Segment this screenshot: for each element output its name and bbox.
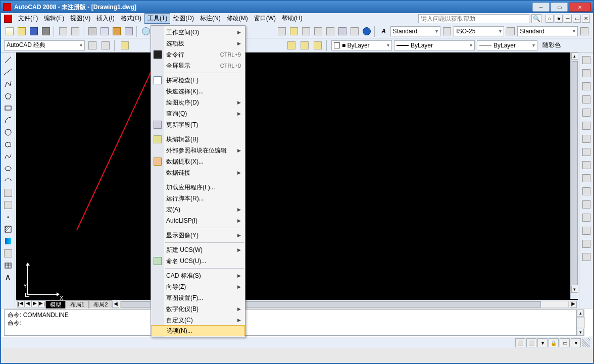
offset-tool[interactable] [581,94,592,105]
vscroll-down[interactable]: ▾ [571,286,578,293]
doc-close[interactable]: ✕ [582,15,590,23]
open-button[interactable] [16,26,27,37]
menu-item-5[interactable]: 拼写检查(E) [151,75,245,86]
menu-item-0[interactable]: 工作空间(O)▶ [151,27,245,38]
menu-modify[interactable]: 修改(M) [224,13,251,24]
menu-item-3[interactable]: 全屏显示CTRL+0 [151,60,245,71]
menu-item-17[interactable]: 运行脚本(R)... [151,193,245,204]
move-tool[interactable] [581,120,592,131]
cut-button[interactable] [87,26,98,37]
block-editor-button[interactable] [276,26,287,37]
menu-item-31[interactable]: 选项(N)... [151,325,245,336]
line-tool[interactable] [3,55,14,65]
gradient-tool[interactable] [3,236,14,246]
resize-grip[interactable] [582,338,590,347]
workspace-combo[interactable]: AutoCAD 经典▾ [4,40,85,50]
menu-item-11[interactable]: 块编辑器(B) [151,134,245,145]
menu-edit[interactable]: 编辑(E) [41,13,67,24]
polyline-tool[interactable] [3,79,14,89]
menu-item-13[interactable]: 数据提取(X)... [151,156,245,167]
arc-tool[interactable] [3,115,14,125]
ellipse-tool[interactable] [3,164,14,174]
layout-button[interactable]: ⬜ [526,338,536,347]
layer-props-button[interactable] [119,40,130,51]
lineweight-combo[interactable]: ByLayer▾ [477,40,537,50]
annotation-scale-button[interactable]: ▾ [537,338,548,347]
menu-item-9[interactable]: 更新字段(T) [151,119,245,130]
new-button[interactable] [4,26,15,37]
status-dropdown[interactable]: ▾ [571,338,581,347]
copy-tool[interactable] [581,68,592,79]
hscroll-right[interactable]: ⯈ [570,301,577,308]
hscroll-left[interactable]: ⯇ [112,301,119,308]
doc-restore[interactable]: ▭ [573,15,581,23]
menu-item-6[interactable]: 快速选择(K)... [151,86,245,97]
menu-tools[interactable]: 工具(T) [144,13,170,24]
tab-layout2[interactable]: 布局2 [89,300,112,308]
help-search-input[interactable] [418,14,529,23]
cmdline-scroll-up[interactable]: ▴ [577,309,584,317]
model-space-button[interactable]: ⬜ [515,338,525,347]
menu-item-26[interactable]: CAD 标准(S)▶ [151,270,245,281]
dimstyle-combo[interactable]: ISO-25▾ [454,26,504,36]
workspace-settings-button[interactable] [87,40,98,51]
menu-item-30[interactable]: 自定义(C)▶ [151,315,245,326]
menu-item-28[interactable]: 草图设置(F)... [151,292,245,303]
my-workspace-button[interactable] [100,40,111,51]
close-button[interactable]: ✕ [569,3,591,12]
menu-item-24[interactable]: 命名 UCS(U)... [151,255,245,267]
vscroll-track[interactable] [571,61,578,285]
mirror-tool[interactable] [581,81,592,92]
menu-window[interactable]: 窗口(W) [251,13,279,24]
sheet-set-button[interactable] [288,26,300,37]
spline-tool[interactable] [3,151,14,162]
tab-model[interactable]: 模型 [45,300,66,308]
menu-dimension[interactable]: 标注(N) [197,13,224,24]
tab-nav-prev[interactable]: ⯇ [24,300,31,307]
menu-item-12[interactable]: 外部参照和块在位编辑▶ [151,145,245,156]
erase-tool[interactable] [581,55,592,66]
explode-tool[interactable] [581,251,592,263]
lock-ui-button[interactable]: 🔒 [549,338,559,347]
menu-help[interactable]: 帮助(H) [279,13,306,24]
hatch-tool[interactable] [3,224,14,234]
menu-item-8[interactable]: 查询(Q)▶ [151,108,245,119]
maximize-button[interactable]: ▭ [551,3,568,12]
match-props-button[interactable] [123,26,134,37]
menu-item-27[interactable]: 向导(Z)▶ [151,281,245,292]
menu-item-1[interactable]: 选项板▶ [151,38,245,49]
menu-format[interactable]: 格式(O) [118,13,144,24]
scale-tool[interactable] [581,146,592,158]
mtext-tool[interactable]: A [3,273,14,283]
trim-tool[interactable] [581,173,592,184]
region-tool[interactable] [3,248,14,258]
help-search-button[interactable]: 🔍 [531,14,541,23]
mleader-button[interactable] [579,26,590,37]
table-tool[interactable] [3,261,14,271]
menu-file[interactable]: 文件(F) [15,13,41,24]
info-center-fav[interactable]: ★ [555,15,563,23]
layer-tool1[interactable] [286,40,297,51]
color-combo[interactable]: ■ ByLayer▾ [331,40,392,50]
dimstyle-button[interactable] [441,26,453,37]
markup-button[interactable] [301,26,312,37]
tab-nav-last[interactable]: ⯈| [38,300,45,307]
menu-item-18[interactable]: 宏(A)▶ [151,204,245,215]
menu-item-19[interactable]: AutoLISP(I)▶ [151,215,245,226]
tablestyle-button[interactable] [505,26,516,37]
join-tool[interactable] [581,212,592,223]
vscroll-thumb[interactable] [572,61,578,285]
layer-tool3[interactable] [312,40,323,51]
menu-view[interactable]: 视图(V) [67,13,93,24]
point-tool[interactable] [3,212,14,222]
chamfer-tool[interactable] [581,225,592,236]
info-center-home[interactable]: ⌂ [546,15,554,23]
linetype-combo[interactable]: ByLayer▾ [394,40,475,50]
command-line[interactable]: 命令: COMMANDLINE 命令: [4,309,577,336]
undo-button[interactable] [140,26,152,37]
break-tool[interactable] [581,199,592,210]
extend-tool[interactable] [581,186,592,197]
menu-draw[interactable]: 绘图(D) [170,13,197,24]
menu-item-2[interactable]: 命令行CTRL+9 [151,49,245,60]
help-button[interactable] [361,26,372,37]
